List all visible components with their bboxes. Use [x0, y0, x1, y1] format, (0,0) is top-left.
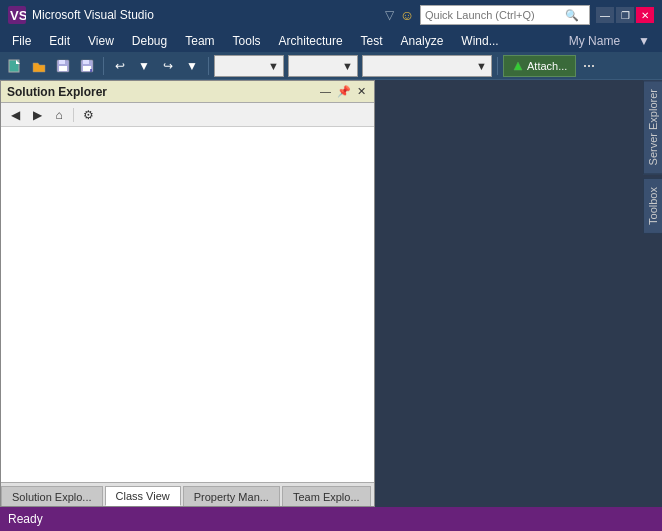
solution-dropdown[interactable]: ▼: [362, 55, 492, 77]
tab-team-explorer[interactable]: Team Explo...: [282, 486, 371, 506]
tab-class-view-label: Class View: [116, 490, 170, 502]
toolbar-sep-1: [103, 57, 104, 75]
panel-content: [1, 127, 374, 482]
title-bar: VS Microsoft Visual Studio ▽ ☺ 🔍 — ❐ ✕: [0, 0, 662, 30]
panel-header-controls: — 📌 ✕: [318, 84, 368, 99]
filter-icon: ▽: [385, 8, 394, 22]
menu-item-analyze[interactable]: Analyze: [393, 30, 452, 52]
solution-arrow: ▼: [476, 60, 487, 72]
svg-rect-6: [59, 66, 67, 71]
save-button[interactable]: [52, 55, 74, 77]
menu-item-tools[interactable]: Tools: [225, 30, 269, 52]
svg-rect-14: [592, 65, 594, 67]
svg-rect-5: [59, 60, 65, 64]
svg-rect-13: [588, 65, 590, 67]
panel-settings-button[interactable]: ⚙: [78, 106, 98, 124]
toolbar: ↩ ▼ ↪ ▼ ▼ ▼ ▼ Attach...: [0, 52, 662, 80]
user-profile[interactable]: My Name: [561, 30, 628, 52]
undo-button[interactable]: ↩: [109, 55, 131, 77]
panel-tabs: Solution Explo... Class View Property Ma…: [1, 482, 374, 506]
attach-label: Attach...: [527, 60, 567, 72]
panel-close-button[interactable]: ✕: [355, 84, 368, 99]
menu-item-team[interactable]: Team: [177, 30, 222, 52]
right-panel: Server Explorer Toolbox: [375, 80, 662, 507]
restore-button[interactable]: ❐: [616, 7, 634, 23]
minimize-button[interactable]: —: [596, 7, 614, 23]
side-tab-server-explorer[interactable]: Server Explorer: [643, 80, 662, 174]
tab-class-view[interactable]: Class View: [105, 486, 181, 506]
solution-explorer-panel: Solution Explorer — 📌 ✕ ◀ ▶ ⌂ ⚙ Solution…: [0, 80, 375, 507]
panel-back-button[interactable]: ◀: [5, 106, 25, 124]
panel-forward-button[interactable]: ▶: [27, 106, 47, 124]
save-all-button[interactable]: [76, 55, 98, 77]
app-title: Microsoft Visual Studio: [32, 8, 379, 22]
side-tab-server-explorer-label: Server Explorer: [647, 89, 659, 165]
panel-sep-1: [73, 108, 74, 122]
build-config-arrow: ▼: [268, 60, 279, 72]
tab-team-explorer-label: Team Explo...: [293, 491, 360, 503]
panel-title: Solution Explorer: [7, 85, 107, 99]
close-button[interactable]: ✕: [636, 7, 654, 23]
app-icon: VS: [8, 6, 26, 24]
main-area: Solution Explorer — 📌 ✕ ◀ ▶ ⌂ ⚙ Solution…: [0, 80, 662, 507]
svg-text:VS: VS: [10, 8, 26, 23]
svg-rect-8: [83, 60, 89, 64]
menu-item-edit[interactable]: Edit: [41, 30, 78, 52]
panel-home-button[interactable]: ⌂: [49, 106, 69, 124]
platform-arrow: ▼: [342, 60, 353, 72]
status-bar: Ready: [0, 507, 662, 531]
tab-property-manager[interactable]: Property Man...: [183, 486, 280, 506]
smile-icon: ☺: [400, 7, 414, 23]
quick-launch-box[interactable]: 🔍: [420, 5, 590, 25]
svg-rect-12: [584, 65, 586, 67]
platform-dropdown[interactable]: ▼: [288, 55, 358, 77]
status-text: Ready: [8, 512, 43, 526]
menu-item-architecture[interactable]: Architecture: [271, 30, 351, 52]
menu-item-test[interactable]: Test: [353, 30, 391, 52]
toolbar-extra-button[interactable]: [578, 55, 600, 77]
panel-autopin-button[interactable]: 📌: [335, 84, 353, 99]
side-tabs: Server Explorer Toolbox: [644, 80, 662, 507]
side-tab-toolbox-label: Toolbox: [647, 187, 659, 225]
new-project-button[interactable]: [4, 55, 26, 77]
redo-button[interactable]: ↪: [157, 55, 179, 77]
profile-dropdown-icon[interactable]: ▼: [630, 30, 658, 52]
toolbar-sep-3: [497, 57, 498, 75]
search-icon: 🔍: [565, 9, 579, 22]
open-button[interactable]: [28, 55, 50, 77]
quick-launch-input[interactable]: [425, 9, 565, 21]
toolbar-sep-2: [208, 57, 209, 75]
menu-item-file[interactable]: File: [4, 30, 39, 52]
redo-dropdown[interactable]: ▼: [181, 55, 203, 77]
tab-solution-explorer[interactable]: Solution Explo...: [1, 486, 103, 506]
tab-solution-explorer-label: Solution Explo...: [12, 491, 92, 503]
panel-header: Solution Explorer — 📌 ✕: [1, 81, 374, 103]
menu-item-window[interactable]: Wind...: [453, 30, 506, 52]
panel-pin-button[interactable]: —: [318, 84, 333, 99]
menu-item-debug[interactable]: Debug: [124, 30, 175, 52]
svg-rect-9: [83, 66, 91, 71]
menu-bar: File Edit View Debug Team Tools Architec…: [0, 30, 662, 52]
svg-marker-11: [514, 62, 522, 70]
side-tab-toolbox[interactable]: Toolbox: [643, 178, 662, 234]
panel-toolbar: ◀ ▶ ⌂ ⚙: [1, 103, 374, 127]
build-config-dropdown[interactable]: ▼: [214, 55, 284, 77]
tab-property-manager-label: Property Man...: [194, 491, 269, 503]
attach-button[interactable]: Attach...: [503, 55, 576, 77]
menu-item-view[interactable]: View: [80, 30, 122, 52]
window-controls: — ❐ ✕: [596, 7, 654, 23]
undo-dropdown[interactable]: ▼: [133, 55, 155, 77]
